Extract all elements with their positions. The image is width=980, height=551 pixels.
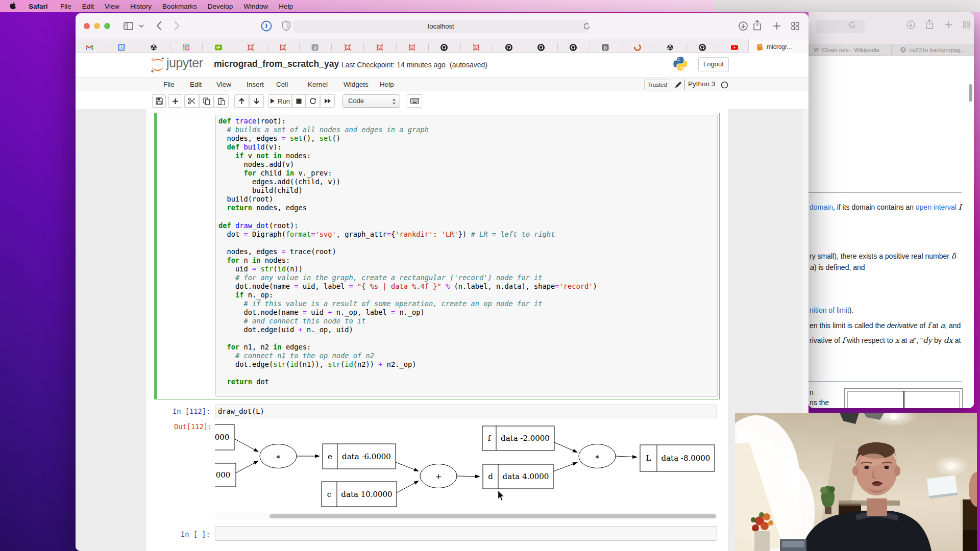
tab-obs-18[interactable] — [654, 41, 686, 55]
scrollbar-thumb[interactable] — [969, 84, 972, 102]
graph-edge — [553, 462, 578, 471]
graph-edge — [397, 481, 419, 493]
reload-icon[interactable] — [848, 21, 856, 29]
output-horizontal-scrollbar[interactable] — [215, 513, 717, 520]
address-bar[interactable]: localhost — [293, 20, 589, 33]
sidebar-icon[interactable] — [124, 22, 133, 30]
empty-code-input-area[interactable] — [215, 526, 717, 541]
active-tab-label: microgr... — [767, 43, 792, 51]
background-address-bar[interactable] — [816, 20, 865, 33]
menubar-item-safari[interactable]: Safari — [21, 3, 55, 10]
tab-github-13[interactable] — [493, 41, 525, 55]
zoom-button[interactable] — [104, 23, 110, 29]
chevron-down-icon[interactable] — [139, 24, 144, 28]
privacy-shield-icon[interactable] — [282, 20, 291, 31]
tab-nvidia-4[interactable] — [202, 41, 234, 55]
code-input-area[interactable]: draw_dot(L) — [215, 405, 717, 418]
share-icon[interactable] — [925, 19, 934, 29]
run-cell-button[interactable]: Run — [268, 94, 292, 108]
bg-tab-1[interactable]: Gcs231n backpropag... — [892, 44, 974, 56]
svg-text:L: L — [646, 454, 651, 463]
tab-overview-icon[interactable] — [791, 22, 799, 30]
jupyter-menu-insert[interactable]: Insert — [247, 81, 264, 88]
restart-run-all-button[interactable] — [320, 94, 335, 108]
tab-overview-icon[interactable] — [963, 21, 970, 29]
restart-kernel-button[interactable] — [306, 94, 320, 108]
interrupt-kernel-button[interactable] — [292, 94, 306, 108]
logout-button[interactable]: Logout — [698, 57, 729, 71]
jupyter-logo-text[interactable]: jupyter — [166, 56, 203, 70]
tab-orange-arc-17[interactable] — [622, 41, 654, 55]
minimize-button[interactable] — [94, 23, 100, 29]
close-button[interactable] — [84, 23, 90, 29]
tab-red-skull-6[interactable] — [267, 41, 299, 55]
menubar-item-develop[interactable]: Develop — [202, 3, 238, 10]
jupyter-menu-edit[interactable]: Edit — [190, 81, 202, 88]
code-input-area[interactable]: def trace(root): # builds a set of all n… — [215, 115, 718, 397]
wiki-link[interactable]: domain — [810, 203, 833, 211]
jupyter-menu-widgets[interactable]: Widgets — [344, 81, 369, 88]
tab-github-15[interactable] — [557, 41, 590, 55]
tab-color-grid-3[interactable] — [170, 41, 202, 55]
add-cell-button[interactable] — [168, 94, 182, 108]
scrollbar-thumb[interactable] — [270, 514, 716, 518]
share-icon[interactable] — [753, 20, 762, 31]
jupyter-menu-kernel[interactable]: Kernel — [308, 81, 328, 88]
tab-red-skull-8[interactable] — [331, 41, 363, 55]
paste-cell-button[interactable] — [214, 94, 229, 108]
menubar-item-bookmarks[interactable]: Bookmarks — [157, 3, 203, 10]
tab-google-calendar-1[interactable]: 5 — [106, 41, 138, 55]
tab-micrograd-active[interactable]: microgr... — [748, 39, 808, 53]
google-icon: G — [900, 46, 906, 53]
bg-tab-0[interactable]: WChain rule - Wikipedia — [808, 44, 892, 56]
tab-github-11[interactable] — [428, 41, 460, 55]
wikipedia-divider — [808, 192, 962, 193]
menubar-item-edit[interactable]: Edit — [77, 3, 99, 10]
tab-youtube-20[interactable] — [719, 41, 751, 55]
jupyter-menu-view[interactable]: View — [216, 81, 231, 88]
back-icon[interactable] — [156, 21, 162, 31]
tab-github-14[interactable] — [525, 41, 557, 55]
menubar-item-help[interactable]: Help — [274, 3, 299, 10]
menubar-item-window[interactable]: Window — [238, 3, 274, 10]
move-cell-down-button[interactable] — [249, 94, 264, 108]
jupyter-menu-file[interactable]: File — [163, 81, 175, 88]
menubar-item-view[interactable]: View — [100, 3, 125, 10]
wiki-link[interactable]: open interval — [916, 203, 957, 211]
copy-cell-button[interactable] — [199, 94, 214, 108]
code-editor[interactable]: draw_dot(L) — [218, 407, 264, 416]
jupyter-logo-icon[interactable] — [150, 57, 165, 73]
background-safari-window[interactable]: WChain rule - WikipediaGcs231n backpropa… — [808, 12, 974, 408]
notebook-title[interactable]: micrograd_from_scratch_yay — [214, 59, 339, 69]
new-tab-icon[interactable] — [945, 21, 952, 29]
command-palette-button[interactable] — [407, 94, 422, 108]
move-cell-up-button[interactable] — [234, 94, 249, 108]
tab-red-skull-5[interactable] — [235, 41, 267, 55]
jupyter-menu-help[interactable]: Help — [380, 81, 394, 88]
new-tab-icon[interactable] — [773, 22, 781, 30]
save-button[interactable] — [152, 94, 166, 108]
code-cell-selected[interactable]: def trace(root): # builds a set of all n… — [154, 113, 720, 399]
cut-cell-button[interactable] — [184, 94, 199, 108]
tab-red-skull-10[interactable] — [396, 41, 428, 55]
reload-icon[interactable] — [583, 22, 591, 30]
menubar-item-history[interactable]: History — [125, 3, 157, 10]
menubar-item-file[interactable]: File — [55, 3, 77, 10]
forward-icon[interactable] — [174, 21, 180, 31]
tab-obs-2[interactable] — [138, 41, 170, 55]
tab-red-skull-12[interactable] — [460, 41, 493, 55]
tab-gmail-0[interactable] — [74, 41, 106, 55]
tab-red-skull-9[interactable] — [363, 41, 396, 55]
downloads-icon[interactable] — [739, 21, 748, 31]
wikipedia-figure-box — [844, 388, 963, 408]
tab-github-19[interactable] — [686, 41, 718, 55]
onepassword-icon[interactable] — [261, 20, 272, 32]
code-editor[interactable]: def trace(root): # builds a set of all n… — [218, 117, 597, 386]
tab-d-square-16[interactable]: D — [590, 41, 622, 55]
jupyter-menu-cell[interactable]: Cell — [276, 81, 288, 88]
apple-menu-icon[interactable] — [10, 2, 17, 11]
tab-j-square-7[interactable]: J — [299, 41, 331, 55]
cell-type-select[interactable]: Code — [342, 94, 400, 108]
wiki-link[interactable]: nition of limit — [810, 306, 849, 314]
downloads-icon[interactable] — [906, 20, 915, 29]
